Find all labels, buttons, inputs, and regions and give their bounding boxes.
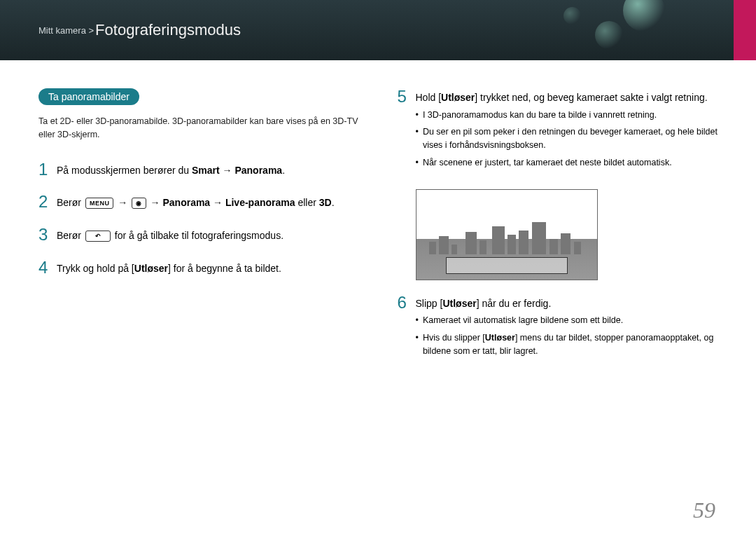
bullet-list: I 3D-panoramamodus kan du bare ta bilde … <box>416 109 722 170</box>
bullet: Hvis du slipper [Utløser] mens du tar bi… <box>416 331 722 358</box>
breadcrumb: Mitt kamera > <box>38 25 94 36</box>
page-header: Mitt kamera > Fotograferingsmodus <box>0 0 756 60</box>
decorative-orb <box>623 0 665 32</box>
step-text: Berør MENU → ◉ → Panorama → Live-panoram… <box>57 193 363 211</box>
bullet: I 3D-panoramamodus kan du bare ta bilde … <box>416 109 722 122</box>
page-number: 59 <box>693 497 715 523</box>
menu-icon: MENU <box>85 198 114 209</box>
step-number: 2 <box>38 193 57 211</box>
step-6: 6 Slipp [Utløser] når du er ferdig. Kame… <box>398 294 722 362</box>
bullet-list: Kameraet vil automatisk lagre bildene so… <box>416 314 722 357</box>
back-icon: ↶ <box>85 231 111 242</box>
bullet: Når scenene er justert, tar kameraet det… <box>416 156 722 170</box>
step-number: 1 <box>38 161 57 179</box>
step-5: 5 Hold [Utløser] trykket ned, og beveg k… <box>398 88 722 174</box>
step-number: 6 <box>398 294 416 362</box>
step-text: Hold [Utløser] trykket ned, og beveg kam… <box>416 88 722 174</box>
intro-text: Ta et 2D- eller 3D-panoramabilde. 3D-pan… <box>38 115 363 142</box>
step-number: 4 <box>38 259 57 277</box>
content: Ta panoramabilder Ta et 2D- eller 3D-pan… <box>0 60 756 378</box>
capture-strip <box>446 257 568 274</box>
panorama-preview <box>416 189 598 280</box>
step-text: Slipp [Utløser] når du er ferdig. Kamera… <box>416 294 722 362</box>
bullet: Du ser en pil som peker i den retningen … <box>416 125 722 152</box>
step-text: Trykk og hold på [Utløser] for å begynne… <box>57 259 363 277</box>
decorative-orb <box>564 7 581 25</box>
header-accent <box>734 0 756 60</box>
page-title: Fotograferingsmodus <box>95 21 241 39</box>
step-3: 3 Berør ↶ for å gå tilbake til fotografe… <box>38 226 363 244</box>
left-column: Ta panoramabilder Ta et 2D- eller 3D-pan… <box>38 88 363 378</box>
skyline-graphic <box>416 226 597 254</box>
step-number: 3 <box>38 226 57 244</box>
section-pill: Ta panoramabilder <box>38 88 139 105</box>
decorative-orb <box>595 21 623 49</box>
bullet: Kameraet vil automatisk lagre bildene so… <box>416 314 722 327</box>
step-1: 1 På modusskjermen berører du Smart → Pa… <box>38 161 363 179</box>
step-2: 2 Berør MENU → ◉ → Panorama → Live-panor… <box>38 193 363 211</box>
step-number: 5 <box>398 88 416 174</box>
step-text: Berør ↶ for å gå tilbake til fotograferi… <box>57 226 363 244</box>
step-text: På modusskjermen berører du Smart → Pano… <box>57 161 363 179</box>
camera-icon: ◉ <box>132 198 146 209</box>
right-column: 5 Hold [Utløser] trykket ned, og beveg k… <box>398 88 722 378</box>
step-4: 4 Trykk og hold på [Utløser] for å begyn… <box>38 259 363 277</box>
